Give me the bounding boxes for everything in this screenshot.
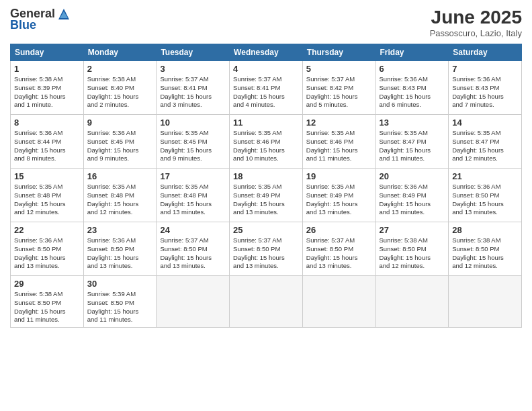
day-number: 6 xyxy=(380,64,445,74)
col-thursday: Thursday xyxy=(302,44,375,61)
day-number: 30 xyxy=(87,279,153,289)
table-cell: 12Sunrise: 5:35 AM Sunset: 8:46 PM Dayli… xyxy=(302,115,375,169)
day-number: 11 xyxy=(233,118,299,128)
table-cell: 13Sunrise: 5:35 AM Sunset: 8:47 PM Dayli… xyxy=(375,115,449,169)
day-number: 12 xyxy=(306,118,372,128)
day-number: 28 xyxy=(452,225,518,235)
day-number: 17 xyxy=(160,171,226,181)
day-info: Sunrise: 5:35 AM Sunset: 8:48 PM Dayligh… xyxy=(14,183,80,217)
table-cell: 17Sunrise: 5:35 AM Sunset: 8:48 PM Dayli… xyxy=(157,169,230,222)
table-cell: 1Sunrise: 5:38 AM Sunset: 8:39 PM Daylig… xyxy=(11,61,84,115)
table-cell: 18Sunrise: 5:35 AM Sunset: 8:49 PM Dayli… xyxy=(230,169,303,222)
col-friday: Friday xyxy=(375,44,449,61)
day-info: Sunrise: 5:35 AM Sunset: 8:47 PM Dayligh… xyxy=(452,129,518,163)
day-number: 29 xyxy=(14,279,80,289)
day-info: Sunrise: 5:38 AM Sunset: 8:50 PM Dayligh… xyxy=(452,236,518,271)
table-cell: 22Sunrise: 5:36 AM Sunset: 8:50 PM Dayli… xyxy=(11,222,84,276)
day-number: 14 xyxy=(452,118,518,128)
day-number: 16 xyxy=(87,171,153,181)
day-info: Sunrise: 5:37 AM Sunset: 8:42 PM Dayligh… xyxy=(306,75,372,109)
day-number: 13 xyxy=(380,118,445,128)
col-monday: Monday xyxy=(83,44,157,61)
day-number: 21 xyxy=(452,171,518,181)
table-cell: 27Sunrise: 5:38 AM Sunset: 8:50 PM Dayli… xyxy=(375,222,449,276)
table-cell: 28Sunrise: 5:38 AM Sunset: 8:50 PM Dayli… xyxy=(449,222,522,276)
title-block: June 2025 Passoscuro, Lazio, Italy xyxy=(430,7,522,38)
day-info: Sunrise: 5:36 AM Sunset: 8:50 PM Dayligh… xyxy=(452,183,518,217)
day-number: 3 xyxy=(160,64,226,74)
day-info: Sunrise: 5:35 AM Sunset: 8:46 PM Dayligh… xyxy=(233,129,299,163)
table-cell xyxy=(157,276,230,328)
table-cell: 16Sunrise: 5:35 AM Sunset: 8:48 PM Dayli… xyxy=(83,169,157,222)
table-cell: 2Sunrise: 5:38 AM Sunset: 8:40 PM Daylig… xyxy=(83,61,157,115)
col-tuesday: Tuesday xyxy=(157,44,230,61)
day-info: Sunrise: 5:37 AM Sunset: 8:41 PM Dayligh… xyxy=(233,75,299,109)
day-number: 27 xyxy=(380,225,445,235)
day-number: 8 xyxy=(14,118,80,128)
day-info: Sunrise: 5:37 AM Sunset: 8:50 PM Dayligh… xyxy=(306,236,372,271)
table-cell: 5Sunrise: 5:37 AM Sunset: 8:42 PM Daylig… xyxy=(302,61,375,115)
day-info: Sunrise: 5:35 AM Sunset: 8:48 PM Dayligh… xyxy=(160,183,226,217)
day-number: 15 xyxy=(14,171,80,181)
table-cell: 30Sunrise: 5:39 AM Sunset: 8:50 PM Dayli… xyxy=(83,276,157,328)
table-cell xyxy=(375,276,449,328)
table-cell: 15Sunrise: 5:35 AM Sunset: 8:48 PM Dayli… xyxy=(11,169,84,222)
day-info: Sunrise: 5:38 AM Sunset: 8:40 PM Dayligh… xyxy=(87,75,153,109)
table-cell: 8Sunrise: 5:36 AM Sunset: 8:44 PM Daylig… xyxy=(11,115,84,169)
table-cell: 3Sunrise: 5:37 AM Sunset: 8:41 PM Daylig… xyxy=(157,61,230,115)
table-cell: 26Sunrise: 5:37 AM Sunset: 8:50 PM Dayli… xyxy=(302,222,375,276)
col-sunday: Sunday xyxy=(11,44,84,61)
day-info: Sunrise: 5:38 AM Sunset: 8:39 PM Dayligh… xyxy=(14,75,80,109)
day-info: Sunrise: 5:36 AM Sunset: 8:43 PM Dayligh… xyxy=(452,75,518,109)
day-number: 2 xyxy=(87,64,153,74)
day-number: 22 xyxy=(14,225,80,235)
header-row: Sunday Monday Tuesday Wednesday Thursday… xyxy=(11,44,522,61)
day-number: 10 xyxy=(160,118,226,128)
day-info: Sunrise: 5:38 AM Sunset: 8:50 PM Dayligh… xyxy=(14,290,80,324)
day-number: 9 xyxy=(87,118,153,128)
table-cell: 20Sunrise: 5:36 AM Sunset: 8:49 PM Dayli… xyxy=(375,169,449,222)
table-cell: 21Sunrise: 5:36 AM Sunset: 8:50 PM Dayli… xyxy=(449,169,522,222)
day-info: Sunrise: 5:36 AM Sunset: 8:50 PM Dayligh… xyxy=(87,236,153,271)
header: General Blue June 2025 Passoscuro, Lazio… xyxy=(10,7,522,38)
calendar-subtitle: Passoscuro, Lazio, Italy xyxy=(430,28,522,38)
day-info: Sunrise: 5:35 AM Sunset: 8:47 PM Dayligh… xyxy=(380,129,445,163)
day-info: Sunrise: 5:36 AM Sunset: 8:43 PM Dayligh… xyxy=(380,75,445,109)
table-cell: 7Sunrise: 5:36 AM Sunset: 8:43 PM Daylig… xyxy=(449,61,522,115)
logo-blue: Blue xyxy=(10,18,36,32)
day-info: Sunrise: 5:39 AM Sunset: 8:50 PM Dayligh… xyxy=(87,290,153,324)
table-cell: 29Sunrise: 5:38 AM Sunset: 8:50 PM Dayli… xyxy=(11,276,84,328)
day-number: 26 xyxy=(306,225,372,235)
table-cell: 25Sunrise: 5:37 AM Sunset: 8:50 PM Dayli… xyxy=(230,222,303,276)
day-info: Sunrise: 5:35 AM Sunset: 8:49 PM Dayligh… xyxy=(233,183,299,217)
day-number: 25 xyxy=(233,225,299,235)
col-wednesday: Wednesday xyxy=(230,44,303,61)
page: General Blue June 2025 Passoscuro, Lazio… xyxy=(0,0,532,411)
day-number: 24 xyxy=(160,225,226,235)
table-cell xyxy=(302,276,375,328)
day-info: Sunrise: 5:35 AM Sunset: 8:48 PM Dayligh… xyxy=(87,183,153,217)
day-info: Sunrise: 5:35 AM Sunset: 8:45 PM Dayligh… xyxy=(160,129,226,163)
day-number: 23 xyxy=(87,225,153,235)
table-cell: 4Sunrise: 5:37 AM Sunset: 8:41 PM Daylig… xyxy=(230,61,303,115)
table-cell: 6Sunrise: 5:36 AM Sunset: 8:43 PM Daylig… xyxy=(375,61,449,115)
day-info: Sunrise: 5:37 AM Sunset: 8:41 PM Dayligh… xyxy=(160,75,226,109)
day-info: Sunrise: 5:36 AM Sunset: 8:44 PM Dayligh… xyxy=(14,129,80,163)
table-cell: 14Sunrise: 5:35 AM Sunset: 8:47 PM Dayli… xyxy=(449,115,522,169)
day-info: Sunrise: 5:37 AM Sunset: 8:50 PM Dayligh… xyxy=(233,236,299,271)
col-saturday: Saturday xyxy=(449,44,522,61)
day-info: Sunrise: 5:35 AM Sunset: 8:46 PM Dayligh… xyxy=(306,129,372,163)
day-info: Sunrise: 5:35 AM Sunset: 8:49 PM Dayligh… xyxy=(306,183,372,217)
day-info: Sunrise: 5:36 AM Sunset: 8:50 PM Dayligh… xyxy=(14,236,80,271)
day-number: 4 xyxy=(233,64,299,74)
day-number: 1 xyxy=(14,64,80,74)
day-number: 7 xyxy=(452,64,518,74)
table-cell xyxy=(230,276,303,328)
day-info: Sunrise: 5:36 AM Sunset: 8:45 PM Dayligh… xyxy=(87,129,153,163)
day-number: 18 xyxy=(233,171,299,181)
day-number: 19 xyxy=(306,171,372,181)
day-info: Sunrise: 5:36 AM Sunset: 8:49 PM Dayligh… xyxy=(380,183,445,217)
table-cell: 10Sunrise: 5:35 AM Sunset: 8:45 PM Dayli… xyxy=(157,115,230,169)
table-cell: 23Sunrise: 5:36 AM Sunset: 8:50 PM Dayli… xyxy=(83,222,157,276)
table-cell: 11Sunrise: 5:35 AM Sunset: 8:46 PM Dayli… xyxy=(230,115,303,169)
